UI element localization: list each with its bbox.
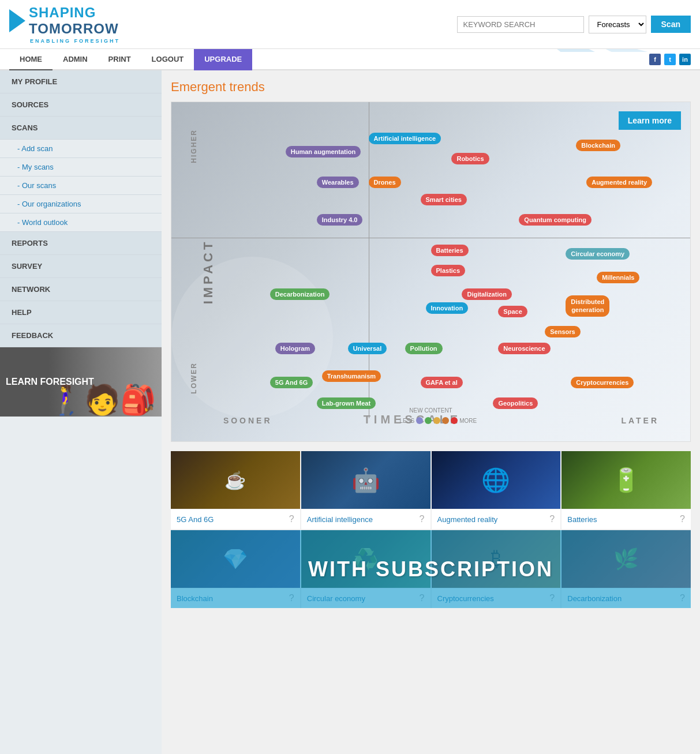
social-links: f t in [649, 54, 691, 65]
higher-label: HIGHER [190, 129, 198, 163]
card-label-ar: Augmented reality [437, 515, 498, 524]
info-icon-bat[interactable]: ? [680, 514, 685, 524]
bubble-decarb[interactable]: Decarbonization [270, 288, 330, 300]
bubble-gafa[interactable]: GAFA et al [421, 377, 463, 388]
facebook-icon[interactable]: f [649, 54, 661, 65]
bubble-smart-cities[interactable]: Smart cities [421, 194, 467, 205]
subscription-overlay[interactable]: WITH SUBSCRIPTION [171, 530, 691, 608]
bubble-industry40[interactable]: Industry 4.0 [317, 214, 363, 226]
bubble-universal[interactable]: Universal [348, 343, 387, 354]
card-bat[interactable]: 🔋 Batteries ? [562, 451, 691, 529]
main-nav: HOME ADMIN PRINT LOGOUT UPGRADE f t in [0, 49, 700, 70]
page-title: Emergent trends [171, 80, 691, 95]
card-grid-row1: ☕ 5G And 6G ? 🤖 Artificial intelligence … [171, 451, 691, 529]
quadrant-arc [171, 257, 333, 418]
search-input[interactable] [457, 16, 584, 33]
learn-more-button[interactable]: Learn more [619, 111, 681, 130]
bubble-millennials[interactable]: Millennials [597, 272, 639, 283]
nav-upgrade[interactable]: UPGRADE [194, 49, 252, 70]
info-icon-5g[interactable]: ? [289, 514, 294, 524]
sidebar-item-my-profile[interactable]: MY PROFILE [0, 70, 162, 93]
card-5g[interactable]: ☕ 5G And 6G ? [171, 451, 300, 529]
sidebar-item-add-scan[interactable]: - Add scan [0, 140, 162, 158]
bubble-circular[interactable]: Circular economy [566, 248, 630, 260]
card-ar[interactable]: 🌐 Augmented reality ? [432, 451, 561, 529]
card-img-ai: 🤖 [301, 451, 431, 509]
info-icon-ar[interactable]: ? [549, 514, 555, 524]
card-label-bat: Batteries [567, 515, 597, 524]
impact-axis-label: IMPACT [201, 239, 216, 305]
card-grid-row2: 💎 Blockchain ? ♻️ Circular economy ? ₿ [171, 530, 691, 608]
sidebar-item-my-scans[interactable]: - My scans [0, 158, 162, 177]
bubble-pollution[interactable]: Pollution [405, 343, 443, 354]
later-label: LATER [621, 416, 659, 425]
bubble-robotics[interactable]: Robotics [451, 153, 489, 164]
header: SHAPINGTOMORROW ENABLING FORESIGHT Forec… [0, 0, 700, 49]
sidebar-item-sources[interactable]: SOURCES [0, 93, 162, 117]
card-img-bat: 🔋 [562, 451, 691, 509]
scatter-chart: Learn more IMPACT HIGHER LOWER SOONER TI… [171, 102, 691, 442]
main-layout: MY PROFILE SOURCES SCANS - Add scan - My… [0, 70, 700, 754]
legend: LESS MORE [400, 417, 477, 424]
logo-triangle [9, 9, 25, 32]
bubble-drones[interactable]: Drones [369, 177, 401, 188]
sidebar-item-survey[interactable]: SURVEY [0, 255, 162, 278]
bubble-transhumanism[interactable]: Transhumanism [322, 370, 381, 382]
bubble-5g6g[interactable]: 5G And 6G [270, 377, 313, 388]
bubble-sensors[interactable]: Sensors [545, 326, 580, 337]
card-ai[interactable]: 🤖 Artificial intelligence ? [301, 451, 431, 529]
nav-logout[interactable]: LOGOUT [141, 49, 194, 70]
nav-print[interactable]: PRINT [98, 49, 141, 70]
card-label-5g: 5G And 6G [177, 515, 214, 524]
bubble-plastics[interactable]: Plastics [431, 265, 466, 276]
bubble-geopolitics[interactable]: Geopolitics [493, 397, 538, 409]
bubble-dist-gen[interactable]: Distributedgeneration [566, 295, 609, 317]
bubble-innovation[interactable]: Innovation [426, 302, 469, 314]
bubble-wearables[interactable]: Wearables [317, 177, 359, 188]
bubble-digital[interactable]: Digitalization [462, 288, 511, 300]
search-type-dropdown[interactable]: Forecasts [589, 16, 646, 33]
horizontal-divider [171, 238, 690, 238]
sidebar-people-figure: 🚶‍♀️🧑‍🎒 [48, 383, 156, 417]
bubble-batteries[interactable]: Batteries [431, 245, 469, 256]
bubble-ai[interactable]: Artificial intelligence [369, 133, 441, 144]
sidebar-item-help[interactable]: HELP [0, 301, 162, 324]
bubble-neuroscience[interactable]: Neuroscience [498, 343, 550, 354]
logo-subtitle: ENABLING FORESIGHT [30, 38, 120, 44]
lower-label: LOWER [190, 362, 198, 394]
new-content-label: NEW CONTENT [409, 407, 452, 414]
sidebar-item-feedback[interactable]: FEEDBACK [0, 324, 162, 347]
bubble-quantum[interactable]: Quantum computing [519, 214, 592, 226]
sidebar: MY PROFILE SOURCES SCANS - Add scan - My… [0, 70, 162, 754]
sidebar-item-network[interactable]: NETWORK [0, 278, 162, 301]
sidebar-item-our-scans[interactable]: - Our scans [0, 177, 162, 195]
nav-home[interactable]: HOME [9, 49, 53, 70]
sidebar-item-our-organizations[interactable]: - Our organizations [0, 195, 162, 213]
card-label-ai: Artificial intelligence [307, 515, 373, 524]
linkedin-icon[interactable]: in [679, 54, 691, 65]
learn-foresight-text: LEARN FORESIGHT [6, 377, 94, 387]
bubble-lab-meat[interactable]: Lab-grown Meat [317, 397, 376, 409]
main-content: Emergent trends Learn more IMPACT HIGHER… [162, 70, 700, 754]
bubble-augmented-reality[interactable]: Augmented reality [586, 177, 652, 188]
card-img-ar: 🌐 [432, 451, 561, 509]
bubble-crypto[interactable]: Cryptocurrencies [571, 377, 634, 388]
subscription-text: WITH SUBSCRIPTION [308, 557, 553, 582]
sidebar-item-scans[interactable]: SCANS [0, 117, 162, 140]
sooner-label: SOONER [223, 416, 272, 425]
logo-area: SHAPINGTOMORROW ENABLING FORESIGHT [9, 5, 120, 44]
nav-admin[interactable]: ADMIN [53, 49, 98, 70]
learn-foresight-banner[interactable]: LEARN FORESIGHT 🚶‍♀️🧑‍🎒 [0, 347, 162, 417]
logo-title[interactable]: SHAPINGTOMORROW [29, 5, 119, 37]
bubble-blockchain[interactable]: Blockchain [576, 140, 620, 151]
scan-button[interactable]: Scan [651, 16, 691, 33]
bubble-human-aug[interactable]: Human augmentation [286, 146, 361, 157]
card-img-5g: ☕ [171, 451, 300, 509]
twitter-icon[interactable]: t [664, 54, 676, 65]
sidebar-item-world-outlook[interactable]: - World outlook [0, 213, 162, 232]
info-icon-ai[interactable]: ? [420, 514, 425, 524]
header-right: Forecasts Scan [457, 16, 691, 33]
bubble-space[interactable]: Space [498, 306, 527, 317]
bubble-hologram[interactable]: Hologram [275, 343, 315, 354]
sidebar-item-reports[interactable]: REPORTS [0, 232, 162, 255]
